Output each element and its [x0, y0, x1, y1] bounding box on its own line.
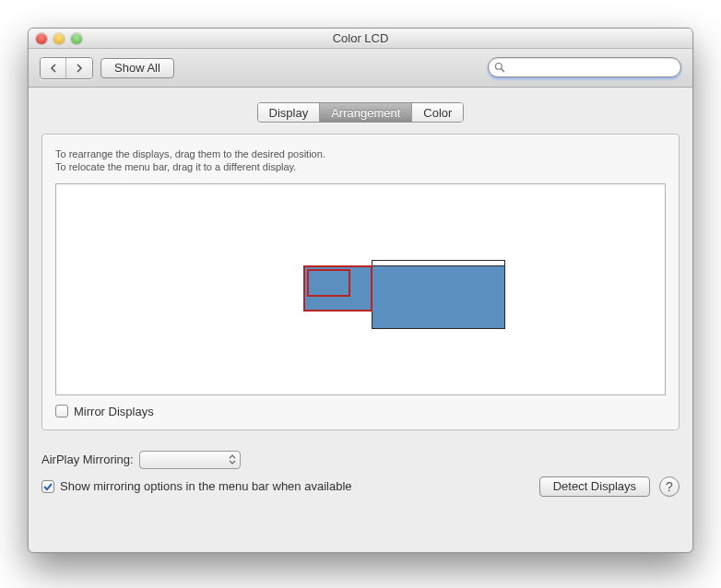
check-icon [43, 482, 53, 491]
forward-button[interactable] [66, 58, 92, 78]
arrangement-panel: To rearrange the displays, drag them to … [41, 134, 680, 430]
titlebar[interactable]: Color LCD [29, 29, 692, 49]
chevron-left-icon [49, 64, 58, 73]
search-field[interactable] [488, 57, 681, 77]
help-button[interactable]: ? [659, 476, 680, 497]
footer: AirPlay Mirroring: Show mir [41, 451, 680, 497]
display-builtin[interactable] [303, 265, 372, 312]
menubar-indicator[interactable] [372, 261, 504, 266]
zoom-icon[interactable] [71, 33, 82, 44]
mirror-displays-checkbox[interactable] [55, 405, 68, 417]
show-mirroring-label: Show mirroring options in the menu bar w… [60, 479, 352, 493]
content-area: Display Arrangement Color To rearrange t… [29, 88, 692, 510]
instructions: To rearrange the displays, drag them to … [55, 147, 666, 174]
minimize-icon[interactable] [53, 33, 65, 44]
tab-arrangement[interactable]: Arrangement [320, 103, 412, 122]
search-icon [494, 62, 505, 73]
detect-displays-button[interactable]: Detect Displays [539, 476, 650, 497]
tab-color[interactable]: Color [412, 103, 463, 122]
tab-segmented: Display Arrangement Color [257, 102, 465, 123]
close-icon[interactable] [36, 33, 47, 44]
svg-line-1 [502, 69, 504, 72]
window-title: Color LCD [333, 31, 389, 45]
mirror-displays-row: Mirror Displays [55, 405, 666, 418]
instruction-line-2: To relocate the menu bar, drag it to a d… [55, 160, 666, 173]
preferences-window: Color LCD Show All [28, 28, 693, 553]
instruction-line-1: To rearrange the displays, drag them to … [55, 147, 666, 160]
traffic-lights [36, 29, 82, 49]
airplay-label: AirPlay Mirroring: [41, 453, 134, 466]
tabbar: Display Arrangement Color [41, 102, 680, 123]
tab-display[interactable]: Display [258, 103, 321, 122]
back-button[interactable] [41, 58, 66, 78]
toolbar: Show All [29, 49, 692, 88]
display-arrangement-area[interactable] [55, 183, 666, 395]
airplay-row: AirPlay Mirroring: [41, 451, 680, 469]
show-mirroring-row: Show mirroring options in the menu bar w… [41, 479, 352, 493]
mirror-displays-label: Mirror Displays [74, 405, 154, 418]
display-external[interactable] [372, 260, 505, 329]
updown-icon [229, 454, 236, 465]
show-mirroring-checkbox[interactable] [41, 480, 54, 493]
airplay-popup[interactable] [139, 451, 241, 469]
search-input[interactable] [509, 60, 673, 75]
display-selection-inner [307, 269, 350, 297]
show-all-button[interactable]: Show All [100, 58, 174, 78]
help-icon: ? [666, 479, 673, 494]
chevron-right-icon [75, 64, 84, 73]
nav-back-forward [40, 57, 93, 79]
